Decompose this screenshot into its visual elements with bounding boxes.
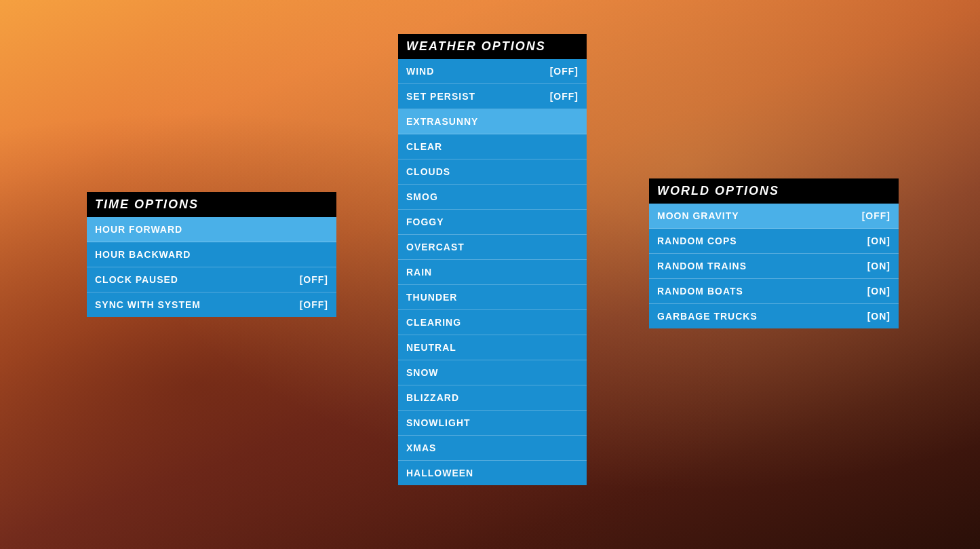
menu-item-label: BLIZZARD bbox=[406, 392, 459, 403]
time-options-panel: TIME OPTIONS HOUR FORWARDHOUR BACKWARDCL… bbox=[87, 192, 336, 317]
menu-item[interactable]: RAIN bbox=[398, 260, 587, 285]
menu-item-label: WIND bbox=[406, 66, 434, 77]
menu-item-label: CLEARING bbox=[406, 317, 461, 328]
menu-item[interactable]: EXTRASUNNY bbox=[398, 109, 587, 134]
menu-item[interactable]: SET PERSIST[OFF] bbox=[398, 84, 587, 109]
menu-item-value: [ON] bbox=[867, 261, 890, 271]
menu-item-label: HOUR FORWARD bbox=[95, 224, 182, 235]
menu-item[interactable]: RANDOM TRAINS[ON] bbox=[649, 254, 899, 279]
time-panel-title: TIME OPTIONS bbox=[95, 197, 199, 211]
menu-item-label: RAIN bbox=[406, 267, 432, 278]
world-panel-body: MOON GRAVITY[OFF]RANDOM COPS[ON]RANDOM T… bbox=[649, 204, 899, 328]
menu-item-label: OVERCAST bbox=[406, 242, 465, 252]
menu-item[interactable]: RANDOM BOATS[ON] bbox=[649, 279, 899, 304]
menu-item-label: SMOG bbox=[406, 191, 438, 202]
menu-item-label: THUNDER bbox=[406, 292, 457, 303]
menu-item[interactable]: HOUR FORWARD bbox=[87, 217, 336, 242]
menu-item[interactable]: MOON GRAVITY[OFF] bbox=[649, 204, 899, 229]
menu-item-value: [OFF] bbox=[862, 210, 890, 221]
menu-item-label: MOON GRAVITY bbox=[657, 210, 739, 221]
menu-item-label: CLOUDS bbox=[406, 166, 450, 177]
world-options-panel: WORLD OPTIONS MOON GRAVITY[OFF]RANDOM CO… bbox=[649, 178, 899, 328]
menu-item[interactable]: THUNDER bbox=[398, 285, 587, 310]
menu-item-label: SYNC WITH SYSTEM bbox=[95, 299, 201, 310]
menu-item-label: XMAS bbox=[406, 442, 436, 453]
menu-item[interactable]: WIND[OFF] bbox=[398, 59, 587, 84]
menu-item[interactable]: GARBAGE TRUCKS[ON] bbox=[649, 304, 899, 328]
menu-item-label: RANDOM BOATS bbox=[657, 286, 743, 297]
menu-item[interactable]: CLOCK PAUSED[OFF] bbox=[87, 267, 336, 292]
menu-item[interactable]: CLEARING bbox=[398, 310, 587, 335]
menu-item-label: CLEAR bbox=[406, 141, 442, 152]
menu-item-label: EXTRASUNNY bbox=[406, 116, 478, 127]
time-panel-header: TIME OPTIONS bbox=[87, 192, 336, 217]
ui-layer: TIME OPTIONS HOUR FORWARDHOUR BACKWARDCL… bbox=[0, 0, 980, 549]
menu-item-value: [OFF] bbox=[550, 91, 579, 102]
menu-item-value: [ON] bbox=[867, 286, 890, 297]
weather-panel-header: WEATHER OPTIONS bbox=[398, 34, 587, 59]
menu-item[interactable]: NEUTRAL bbox=[398, 335, 587, 360]
menu-item-label: GARBAGE TRUCKS bbox=[657, 311, 758, 322]
menu-item-label: HOUR BACKWARD bbox=[95, 249, 191, 260]
menu-item[interactable]: SNOW bbox=[398, 360, 587, 385]
menu-item-label: SET PERSIST bbox=[406, 91, 475, 102]
weather-panel-body: WIND[OFF]SET PERSIST[OFF]EXTRASUNNYCLEAR… bbox=[398, 59, 587, 485]
menu-item-value: [OFF] bbox=[550, 66, 579, 77]
menu-item[interactable]: BLIZZARD bbox=[398, 385, 587, 411]
menu-item[interactable]: SMOG bbox=[398, 185, 587, 210]
weather-options-panel: WEATHER OPTIONS WIND[OFF]SET PERSIST[OFF… bbox=[398, 34, 587, 485]
menu-item-value: [OFF] bbox=[300, 274, 328, 285]
menu-item[interactable]: HALLOWEEN bbox=[398, 461, 587, 485]
menu-item[interactable]: HOUR BACKWARD bbox=[87, 242, 336, 267]
menu-item[interactable]: CLOUDS bbox=[398, 159, 587, 185]
world-panel-header: WORLD OPTIONS bbox=[649, 178, 899, 204]
menu-item-label: HALLOWEEN bbox=[406, 468, 473, 478]
menu-item[interactable]: SNOWLIGHT bbox=[398, 411, 587, 436]
menu-item[interactable]: FOGGY bbox=[398, 210, 587, 235]
menu-item-value: [ON] bbox=[867, 235, 890, 246]
menu-item-label: CLOCK PAUSED bbox=[95, 274, 178, 285]
menu-item[interactable]: XMAS bbox=[398, 436, 587, 461]
menu-item-label: SNOW bbox=[406, 367, 439, 378]
menu-item-value: [OFF] bbox=[300, 299, 328, 310]
menu-item-label: FOGGY bbox=[406, 216, 444, 227]
menu-item-label: RANDOM COPS bbox=[657, 235, 737, 246]
weather-panel-title: WEATHER OPTIONS bbox=[406, 39, 546, 53]
menu-item[interactable]: SYNC WITH SYSTEM[OFF] bbox=[87, 292, 336, 317]
menu-item[interactable]: CLEAR bbox=[398, 134, 587, 159]
world-panel-title: WORLD OPTIONS bbox=[657, 184, 779, 197]
menu-item[interactable]: OVERCAST bbox=[398, 235, 587, 260]
menu-item-value: [ON] bbox=[867, 311, 890, 322]
time-panel-body: HOUR FORWARDHOUR BACKWARDCLOCK PAUSED[OF… bbox=[87, 217, 336, 317]
menu-item-label: RANDOM TRAINS bbox=[657, 261, 747, 271]
menu-item-label: SNOWLIGHT bbox=[406, 417, 471, 428]
menu-item[interactable]: RANDOM COPS[ON] bbox=[649, 229, 899, 254]
menu-item-label: NEUTRAL bbox=[406, 342, 456, 353]
